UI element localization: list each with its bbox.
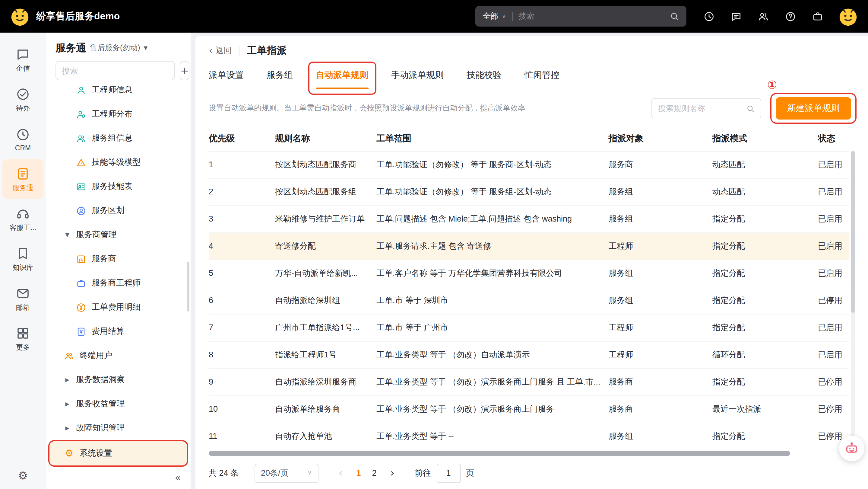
goto-page-input[interactable] [436,464,461,483]
page-size-select[interactable]: 20条/页 ∨ [254,464,318,483]
table-cell: 已停用 [818,368,849,396]
add-button[interactable]: + [180,61,190,80]
create-rule-button[interactable]: 新建派单规则 [776,97,851,119]
table-row[interactable]: 5万华-自动派单给新凯...工单.客户名称 等于 万华化学集团营养科技有限公司服… [209,260,849,287]
search-icon[interactable] [670,11,679,21]
back-button[interactable]: ‹ 返回 [209,45,232,56]
page-number[interactable]: 1 [351,469,367,478]
rail-item-todo[interactable]: 待办 [2,80,43,119]
search-icon[interactable] [746,104,754,113]
tab-label: 自动派单规则 [316,70,368,80]
collapse-sidebar-icon[interactable]: « [175,473,181,483]
table-cell: 工单.市 等于 广州市 [376,314,609,341]
sidebar-item-label: 故障知识管理 [76,423,125,433]
tab-busy-idle-control[interactable]: 忙闲管控 [525,65,559,89]
sidebar-item[interactable]: ⚙系统设置 [50,441,187,465]
rule-search [651,98,761,118]
scrollbar-thumb[interactable] [209,451,790,456]
assistant-button[interactable] [839,436,864,461]
prev-page-icon[interactable]: ‹ [333,468,348,479]
sidebar-search-input[interactable] [56,61,175,80]
column-header[interactable]: 指派模式 [712,127,818,151]
sidebar-scrollbar[interactable] [187,262,189,312]
table-cell: 广州市工单指派给1号... [275,314,376,341]
page-number[interactable]: 2 [367,469,382,478]
tab-dispatch-settings[interactable]: 派单设置 [209,65,244,89]
sidebar-item[interactable]: 费用结算 [46,319,191,344]
settings-gear-icon[interactable]: ⚙ [0,470,46,482]
sidebar-item[interactable]: ▼服务商管理 [46,223,191,247]
table-row[interactable]: 6自动指派给深圳组工单.市 等于 深圳市服务组指定分配已停用 [209,287,849,314]
tab-manual-dispatch-rules[interactable]: 手动派单规则 [391,65,444,89]
vertical-scrollbar[interactable] [851,151,855,450]
rail-item-qixin[interactable]: 企信 [2,40,43,80]
scrollbar-thumb[interactable] [851,151,855,312]
table-cell: 已启用 [818,314,849,341]
rail-item-zhishiku[interactable]: 知识库 [2,239,43,279]
tab-label: 派单设置 [209,70,244,80]
divider [512,12,513,21]
table-header-row: 优先级规则名称工单范围指派对象指派模式状态 [209,127,849,151]
user-avatar[interactable] [838,6,858,27]
table-row[interactable]: 9自动指派给深圳服务商工单.业务类型 等于 （勿改）演示服务商上门服务 且 工单… [209,368,849,396]
sidebar-item[interactable]: 工单费用明细 [46,295,191,319]
sidebar-item[interactable]: ▶服务数据洞察 [46,368,191,392]
rail-item-mail[interactable]: 邮箱 [2,279,43,319]
rail-item-label: 知识库 [13,263,33,272]
sidebar-item-label: 终端用户 [80,350,112,361]
table-row[interactable]: 1按区划动态匹配服务商工单.功能验证（勿修改） 等于 服务商-区划-动态服务商动… [209,151,849,178]
search-scope-select[interactable]: 全部 ∨ [483,11,506,22]
rail-item-label: 待办 [16,104,30,113]
sidebar-item-label: 技能等级模型 [92,157,141,168]
goto-label: 前往 [415,468,431,479]
rail-item-kefu[interactable]: 客服工... [2,199,43,239]
table-row[interactable]: 7广州市工单指派给1号...工单.市 等于 广州市工程师指定分配已启用 [209,314,849,341]
tab-service-group[interactable]: 服务组 [267,65,293,89]
table-row[interactable]: 8指派给工程师1号工单.业务类型 等于 （勿改）自动派单演示工程师循环分配已启用 [209,341,849,368]
window-blue-icon [76,278,86,288]
grid-icon [16,326,30,340]
briefcase-icon[interactable] [812,10,824,22]
tab-auto-dispatch-rules[interactable]: 自动派单规则 [316,65,368,89]
table-cell: 已启用 [818,178,849,205]
column-header[interactable]: 优先级 [209,127,275,151]
app-switcher[interactable]: 服务通 售后服务(勿动) ▼ [46,33,191,61]
rail-item-fuwutong[interactable]: 服务通 [2,160,43,199]
column-header[interactable]: 状态 [818,127,849,151]
app-root: 纷享售后服务demo 全部 ∨ 搜索 企信待办CRM服务通客服工...知识库邮箱… [0,0,868,489]
sidebar-item[interactable]: 工程师分布 [46,102,191,126]
contacts-icon[interactable] [757,10,769,22]
rule-search-input[interactable] [658,104,741,113]
sidebar-item[interactable]: 服务商工程师 [46,271,191,295]
rail-item-more[interactable]: 更多 [2,319,43,358]
help-icon[interactable] [785,10,796,22]
sidebar-item[interactable]: 服务商 [46,247,191,271]
message-icon[interactable] [731,10,742,22]
sidebar-item[interactable]: 服务技能表 [46,174,191,199]
column-header[interactable]: 工单范围 [376,127,609,151]
rail-item-crm[interactable]: CRM [2,119,43,160]
history-icon[interactable] [703,10,715,22]
next-page-icon[interactable]: › [384,468,400,479]
table-cell: 已停用 [818,287,849,314]
table-row[interactable]: 4寄送修分配工单.服务请求.主题 包含 寄送修工程师指定分配已启用 [209,232,849,260]
sidebar-item[interactable]: 服务组信息 [46,126,191,150]
table-cell: 7 [209,314,275,341]
tab-skill-check[interactable]: 技能校验 [467,65,501,89]
table-row[interactable]: 11自动存入抢单池工单.业务类型 等于 --服务组指定分配已停用 [209,423,849,450]
table-row[interactable]: 2按区划动态匹配服务组工单.功能验证（勿修改） 等于 服务组-区划-动态服务组动… [209,178,849,205]
sidebar-item[interactable]: 技能等级模型 [46,150,191,174]
plus-icon: + [180,65,189,76]
table-row[interactable]: 10自动派单给服务商工单.业务类型 等于 （勿改）演示服务商上门服务服务商最近一… [209,396,849,423]
horizontal-scrollbar[interactable] [209,451,855,456]
global-search[interactable]: 全部 ∨ 搜索 [475,6,686,27]
sidebar-item[interactable]: 工程师信息 [46,86,191,102]
sidebar-item[interactable]: 服务区划 [46,199,191,223]
sidebar-item[interactable]: ▶服务收益管理 [46,392,191,416]
column-header[interactable]: 指派对象 [609,127,712,151]
sidebar-item[interactable]: ▶故障知识管理 [46,416,191,440]
column-header[interactable]: 规则名称 [275,127,376,151]
table-row[interactable]: 3米勒维修与维护工作订单工单.问题描述 包含 Miele;工单.问题描述 包含 … [209,205,849,232]
sidebar-item-label: 服务商管理 [76,229,117,240]
sidebar-item[interactable]: 终端用户 [46,344,191,368]
